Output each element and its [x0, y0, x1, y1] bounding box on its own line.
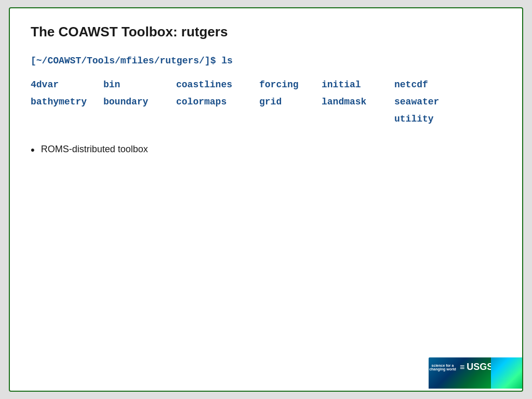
usgs-wave-graphic — [491, 357, 522, 389]
ls-item: coastlines — [176, 76, 259, 94]
ls-item — [176, 111, 259, 128]
usgs-main-text: ≡ USGS — [460, 362, 490, 373]
ls-item: forcing — [259, 76, 322, 94]
bullet-text: ROMS-distributed toolbox — [41, 143, 148, 156]
ls-item: netcdf — [394, 76, 457, 94]
ls-item: bathymetry — [31, 94, 103, 111]
ls-item: bin — [103, 76, 176, 94]
ls-item: colormaps — [176, 94, 259, 111]
usgs-badge: ≡ USGS science for a changing world — [429, 357, 522, 389]
ls-item: boundary — [103, 94, 176, 111]
ls-item: initial — [322, 76, 394, 94]
slide-title: The COAWST Toolbox: rutgers — [31, 24, 501, 40]
command-line: [~/COAWST/Tools/mfiles/rutgers/]$ ls — [31, 56, 501, 66]
ls-item — [322, 111, 394, 128]
ls-output: 4dvar bin coastlines forcing initial net… — [31, 76, 501, 127]
ls-item — [31, 111, 103, 128]
bullet-item: • ROMS-distributed toolbox — [31, 143, 501, 158]
usgs-tagline: science for a changing world — [429, 364, 458, 371]
slide: The COAWST Toolbox: rutgers [~/COAWST/To… — [9, 7, 523, 392]
ls-item: grid — [259, 94, 322, 111]
bullet-dot: • — [31, 143, 35, 158]
ls-item: landmask — [322, 94, 394, 111]
usgs-logo-text: ≡ USGS science for a changing world — [460, 362, 490, 373]
usgs-label: USGS — [467, 362, 493, 373]
ls-item — [259, 111, 322, 128]
ls-item: seawater — [394, 94, 457, 111]
bullet-section: • ROMS-distributed toolbox — [31, 143, 501, 158]
usgs-equal-icon: ≡ — [460, 363, 464, 372]
ls-item: utility — [394, 111, 457, 128]
ls-grid: 4dvar bin coastlines forcing initial net… — [31, 76, 501, 127]
ls-item — [103, 111, 176, 128]
ls-item: 4dvar — [31, 76, 103, 94]
footer: ≡ USGS science for a changing world — [418, 355, 522, 391]
